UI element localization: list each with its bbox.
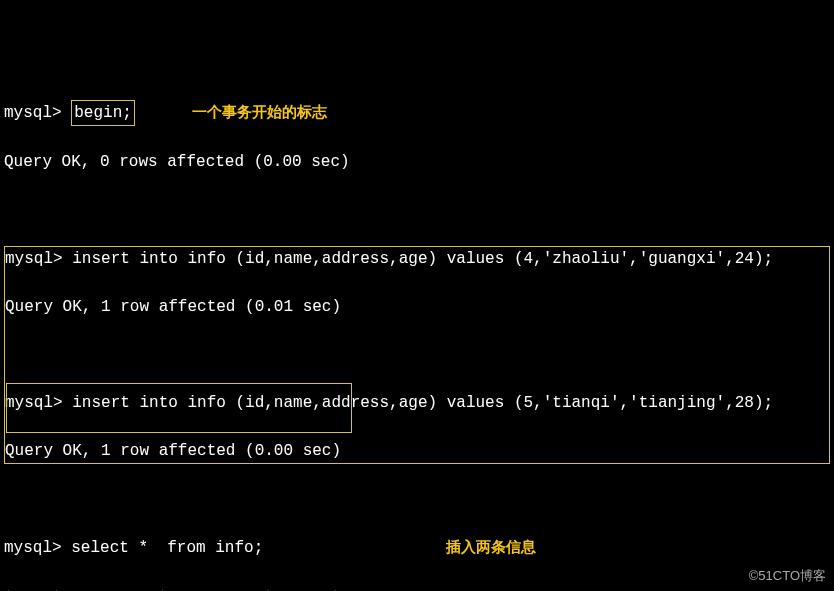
blank-1 (4, 198, 830, 222)
insert2-command: insert into info (id,name,address,age) v… (72, 394, 773, 412)
line-begin: mysql> begin; 一个事务开始的标志 (4, 100, 830, 126)
response-insert1: Query OK, 1 row affected (0.01 sec) (5, 295, 829, 319)
line-select: mysql> select * from info; 插入两条信息 (4, 536, 830, 560)
begin-command-highlight: begin; (71, 100, 135, 126)
watermark: ©51CTO博客 (749, 566, 826, 586)
line-insert2: mysql> insert into info (id,name,address… (5, 391, 829, 415)
insert-block-highlight: mysql> insert into info (id,name,address… (4, 246, 830, 464)
blank-3 (4, 488, 830, 512)
response-insert2: Query OK, 1 row affected (0.00 sec) (5, 439, 829, 463)
begin-command: begin; (74, 104, 132, 122)
insert1-command: insert into info (id,name,address,age) v… (72, 250, 773, 268)
response-begin: Query OK, 0 rows affected (0.00 sec) (4, 150, 830, 174)
annotation-insert: 插入两条信息 (446, 538, 536, 555)
table-border-top: +----+----------+----------+------+ (4, 584, 830, 591)
mysql-prompt: mysql> (5, 250, 63, 268)
mysql-prompt: mysql> (5, 394, 63, 412)
select-command: select * from info; (71, 539, 263, 557)
mysql-prompt: mysql> (4, 539, 62, 557)
mysql-prompt: mysql> (4, 104, 62, 122)
blank-2 (5, 343, 829, 367)
line-insert1: mysql> insert into info (id,name,address… (5, 247, 829, 271)
annotation-begin: 一个事务开始的标志 (192, 103, 327, 120)
